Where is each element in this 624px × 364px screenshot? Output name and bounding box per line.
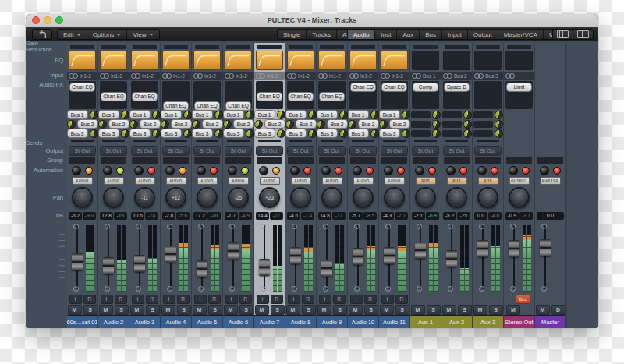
automation-knob[interactable]	[384, 166, 393, 175]
input-monitor-button[interactable]: I	[194, 295, 207, 304]
channel-strip-60s-set-01[interactable]: In1-2Chan EQBus 1Bus 2Bus 3St OutAUDIO-6…	[67, 43, 98, 328]
fader-cap[interactable]	[290, 247, 301, 264]
input-monitor-button[interactable]: I	[163, 295, 176, 304]
narrow-strips-button[interactable]	[553, 30, 573, 39]
fader-cap[interactable]	[321, 260, 332, 277]
mute-button[interactable]: M	[411, 305, 425, 315]
volume-fader[interactable]	[321, 221, 333, 294]
send-level-knob[interactable]	[254, 120, 263, 129]
title-bar[interactable]: PULTEC V4 - Mixer: Tracks	[26, 14, 598, 27]
send-level-knob[interactable]	[308, 129, 317, 138]
mute-button[interactable]: M	[130, 305, 144, 315]
send-level-knob[interactable]	[432, 111, 441, 119]
send-bus-button[interactable]: Bus 1	[192, 110, 213, 119]
output-select-button[interactable]: St Out	[287, 146, 314, 156]
volume-fader[interactable]	[539, 221, 551, 294]
send-bus-button[interactable]: Bus 1	[98, 110, 119, 119]
fader-cap[interactable]	[540, 239, 551, 256]
record-enable-button[interactable]: R	[239, 295, 252, 304]
send-bus-button[interactable]: Bus 3	[67, 129, 88, 138]
audio-fx-rack[interactable]: Chan EQ	[225, 81, 252, 109]
audio-fx-rack[interactable]: Space D	[443, 81, 470, 109]
input-slot[interactable]: In1-2	[254, 72, 285, 80]
solo-button[interactable]: S	[271, 305, 285, 315]
send-level-knob[interactable]	[463, 129, 472, 138]
solo-button[interactable]: S	[333, 305, 347, 315]
automation-knob[interactable]	[103, 166, 112, 175]
track-name[interactable]: Audio 5	[192, 315, 222, 329]
send-level-knob[interactable]	[463, 111, 472, 119]
automation-knob[interactable]	[477, 166, 487, 175]
record-enable-button[interactable]: R	[271, 295, 283, 304]
output-select-button[interactable]: St Out	[131, 146, 158, 156]
input-slot[interactable]: In1-2	[285, 72, 316, 80]
send-bus-button[interactable]: Bus 3	[285, 129, 307, 138]
send-level-knob[interactable]	[183, 111, 192, 119]
send-bus-button[interactable]: Bus 3	[317, 129, 338, 138]
solo-button[interactable]: S	[208, 305, 222, 315]
audio-fx-rack[interactable]: Chan EQ	[162, 81, 190, 109]
fader-cap[interactable]	[353, 248, 363, 265]
zoom-button[interactable]	[55, 16, 63, 24]
automation-knob[interactable]	[259, 166, 268, 175]
solo-button[interactable]: S	[146, 305, 160, 315]
fader-cap[interactable]	[165, 246, 176, 263]
fader-cap[interactable]	[228, 242, 239, 260]
filter-audio[interactable]: Audio	[348, 30, 375, 39]
output-select-button[interactable]: St Out	[412, 146, 439, 156]
automation-knob[interactable]	[446, 166, 456, 175]
output-select-button[interactable]: St Out	[193, 146, 221, 156]
mute-button[interactable]: M	[99, 305, 113, 315]
solo-button[interactable]: S	[458, 305, 472, 315]
pan-knob[interactable]	[72, 187, 93, 208]
fader-cap[interactable]	[134, 255, 145, 272]
solo-button[interactable]: S	[177, 305, 191, 315]
send-level-knob[interactable]	[370, 111, 379, 119]
send-bus-button[interactable]: Bus 2	[77, 119, 98, 129]
send-level-knob[interactable]	[90, 129, 98, 138]
group-slot[interactable]	[101, 157, 126, 164]
audio-fx-rack[interactable]: Limit	[505, 81, 533, 109]
tool-menu-button[interactable]	[32, 29, 52, 40]
group-slot[interactable]	[257, 157, 282, 164]
send-level-knob[interactable]	[285, 120, 294, 129]
view-mode-tracks[interactable]: Tracks	[307, 30, 337, 39]
send-bus-button[interactable]: Bus 2	[389, 119, 410, 129]
automation-knob[interactable]	[415, 166, 424, 175]
send-level-knob[interactable]	[214, 111, 223, 119]
input-slot[interactable]: Bus 2	[441, 72, 472, 80]
send-bus-button[interactable]: Bus 2	[202, 119, 223, 129]
volume-fader[interactable]	[508, 221, 520, 294]
track-name[interactable]: Aux 3	[473, 315, 503, 329]
input-slot[interactable]: In1-2	[317, 72, 347, 80]
send-level-knob[interactable]	[183, 129, 192, 138]
send-bus-button[interactable]: Bus 3	[348, 129, 369, 138]
send-bus-button[interactable]: Bus 3	[161, 129, 182, 138]
send-level-knob[interactable]	[121, 129, 129, 138]
pan-knob[interactable]	[321, 187, 342, 208]
send-empty-slot[interactable]	[473, 121, 493, 128]
volume-fader[interactable]	[165, 221, 177, 294]
audio-fx-plugin-button[interactable]: Limit	[506, 83, 532, 92]
pan-knob[interactable]: +23	[259, 187, 280, 208]
close-button[interactable]	[32, 16, 40, 24]
channel-strip-aux-3[interactable]: Bus 3St OutBUS0.0-4.8MSAux 3	[473, 43, 504, 328]
send-level-knob[interactable]	[192, 120, 200, 129]
automation-knob[interactable]	[197, 166, 206, 175]
group-slot[interactable]	[319, 157, 345, 164]
solo-button[interactable]: S	[427, 305, 441, 315]
audio-fx-plugin-button[interactable]: Comp	[413, 83, 438, 92]
eq-display[interactable]	[474, 51, 502, 70]
channel-strip-audio-7[interactable]: In1-2Chan EQBus 1Bus 2Bus 3St OutAUDIO+2…	[254, 43, 285, 328]
output-select-button[interactable]: St Out	[69, 146, 96, 156]
output-select-button[interactable]: St Out	[443, 146, 470, 156]
group-slot[interactable]	[475, 157, 501, 164]
send-level-knob[interactable]	[402, 129, 410, 138]
filter-input[interactable]: Input	[442, 30, 468, 39]
fader-cap[interactable]	[509, 240, 519, 257]
send-bus-button[interactable]: Bus 1	[348, 110, 369, 119]
send-level-knob[interactable]	[223, 120, 232, 129]
automation-knob[interactable]	[509, 166, 518, 175]
send-empty-slot[interactable]	[442, 111, 462, 118]
mute-button[interactable]: M	[68, 305, 82, 315]
